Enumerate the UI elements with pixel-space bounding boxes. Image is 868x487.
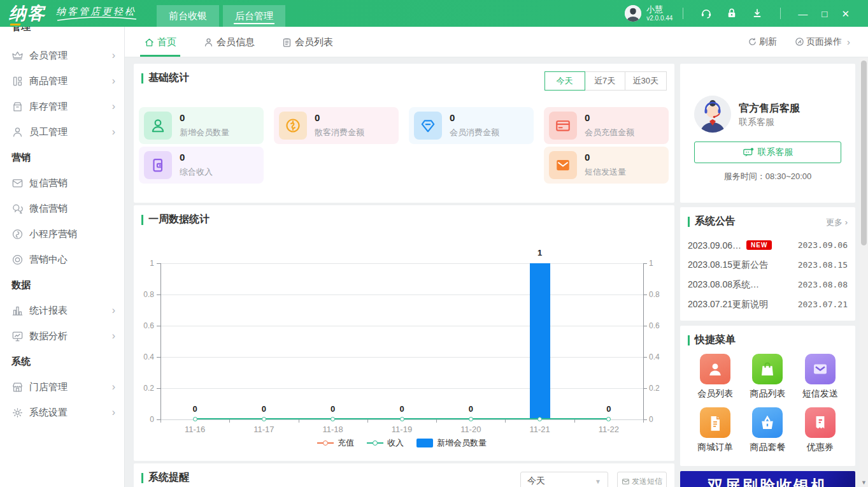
user-meta[interactable]: 小慧 v2.0.0.44 — [646, 5, 672, 22]
line-point-11-20[interactable] — [469, 417, 473, 421]
sidebar-item[interactable]: 门店管理› — [0, 374, 124, 400]
date-range-toggle: 今天近7天近30天 — [545, 71, 667, 91]
chevron-right-icon[interactable]: › — [847, 36, 850, 47]
promo-banner[interactable]: 双屏刷脸收银机 — [680, 471, 855, 487]
minimize-button[interactable]: — — [798, 9, 808, 18]
quick-menu-item[interactable]: 商品列表 — [741, 354, 793, 400]
reminder-range-select[interactable]: 今天 ▼ — [520, 472, 608, 487]
announcements-more-link[interactable]: 更多 › — [826, 217, 848, 228]
line-point-11-19[interactable] — [400, 417, 404, 421]
panel-accent-bar — [141, 473, 143, 483]
content-tab[interactable]: 首页 — [144, 27, 176, 57]
y-axis-label-right: 0.2 — [649, 384, 671, 393]
y-axis-label: 0.8 — [132, 290, 154, 299]
quick-menu-item[interactable]: 短信发送 — [794, 354, 846, 400]
announcement-row[interactable]: 2023.08.08系统…2023.08.08 — [688, 275, 848, 294]
quick-menu-label: 短信发送 — [802, 388, 838, 400]
sms-icon — [11, 177, 24, 189]
sms-send-icon — [805, 354, 836, 384]
announcement-row[interactable]: 2023.09.06…NEW2023.09.06 — [688, 235, 848, 255]
coin-icon — [279, 112, 307, 140]
sidebar-item[interactable]: 统计报表› — [0, 298, 124, 323]
content-tab-label: 首页 — [157, 36, 176, 48]
line-point-11-18[interactable] — [331, 417, 335, 421]
sidebar-item[interactable]: 微信营销 — [0, 196, 124, 221]
send-sms-button[interactable]: 发送短信 — [617, 472, 667, 487]
range-button[interactable]: 近30天 — [625, 71, 667, 91]
quick-menu-title: 快捷菜单 — [695, 333, 736, 347]
sidebar-item-label: 微信营销 — [29, 203, 68, 215]
quick-menu-item[interactable]: 商城订单 — [689, 407, 741, 453]
announcement-row[interactable]: 2023.08.15更新公告2023.08.15 — [688, 255, 848, 275]
scrollbar-thumb[interactable] — [861, 61, 867, 245]
legend-label: 收入 — [387, 437, 404, 449]
lock-icon[interactable] — [725, 7, 738, 20]
legend-item[interactable]: 收入 — [367, 437, 404, 449]
member-add-icon — [144, 112, 172, 140]
send-sms-label: 发送短信 — [632, 476, 662, 487]
app-logo: 纳客 — [9, 2, 46, 25]
quick-menu-item[interactable]: 优惠券 — [794, 407, 846, 453]
sms-icon — [622, 477, 630, 486]
quick-menu-label: 商品套餐 — [750, 442, 785, 453]
sidebar-item[interactable]: 商品管理› — [0, 68, 124, 94]
gridline — [160, 357, 643, 358]
sidebar-item[interactable]: 数据分析› — [0, 323, 124, 349]
sidebar-item[interactable]: 员工管理› — [0, 119, 124, 145]
sidebar-item[interactable]: 小程序营销 — [0, 221, 124, 247]
avatar[interactable] — [625, 5, 641, 22]
refresh-button[interactable]: 刷新 — [748, 36, 777, 48]
y-axis-label: 0.2 — [132, 384, 154, 393]
announcement-row[interactable]: 2023.07.21更新说明2023.07.21 — [688, 294, 848, 314]
range-button[interactable]: 近7天 — [585, 71, 625, 91]
page-scrollbar[interactable]: ▼ — [860, 57, 868, 487]
sidebar-item[interactable]: 营销中心 — [0, 247, 124, 272]
content-tab[interactable]: 会员信息 — [203, 27, 255, 57]
mode-tab-backend[interactable]: 后台管理 — [223, 5, 285, 27]
legend-item[interactable]: 新增会员数量 — [416, 437, 487, 449]
quick-menu-item[interactable]: 会员列表 — [689, 354, 741, 400]
support-icon[interactable] — [700, 7, 713, 20]
sidebar-item-label: 商品管理 — [29, 75, 68, 87]
contact-service-button[interactable]: 联系客服 — [694, 142, 841, 163]
x-axis-label: 11-20 — [448, 425, 493, 434]
list-icon — [281, 37, 292, 48]
sidebar-clipped-item[interactable]: 管理 — [11, 27, 31, 33]
download-icon[interactable] — [751, 7, 764, 20]
x-tick — [299, 419, 299, 423]
content-tab[interactable]: 会员列表 — [281, 27, 333, 57]
stat-card: 0短信发送量 — [544, 147, 669, 184]
legend-line-marker — [367, 439, 383, 447]
sidebar-item[interactable]: 系统设置› — [0, 400, 124, 425]
system-reminder-panel: 系统提醒 今天 ▼ 发送短信 — [134, 463, 674, 487]
quick-menu-item[interactable]: 商品套餐 — [741, 407, 793, 453]
page-ops-button[interactable]: 页面操作 — [795, 36, 842, 48]
service-hours: 服务时间：08:30~20:00 — [680, 171, 855, 182]
mode-tab-cashier[interactable]: 前台收银 — [157, 5, 219, 27]
reminder-range-value: 今天 — [527, 476, 545, 487]
quick-menu-panel: 快捷菜单 会员列表商品列表短信发送商城订单商品套餐优惠券 — [680, 326, 855, 466]
line-point-11-22[interactable] — [606, 417, 611, 421]
scrollbar-down-arrow[interactable]: ▼ — [860, 479, 868, 486]
announcements-panel: 系统公告 更多 › 2023.09.06…NEW2023.09.062023.0… — [680, 207, 855, 321]
line-point-11-21[interactable] — [537, 417, 542, 421]
promo-banner-text: 双屏刷脸收银机 — [708, 476, 828, 487]
point-value-label: 0 — [320, 404, 346, 414]
sidebar-item[interactable]: 库存管理› — [0, 94, 124, 119]
sidebar-item[interactable]: 短信营销 — [0, 170, 124, 196]
y-axis-label-right: 0.8 — [649, 290, 671, 299]
bar-11-21[interactable] — [530, 263, 550, 419]
line-point-11-16[interactable] — [193, 417, 197, 421]
line-point-11-17[interactable] — [262, 417, 266, 421]
legend-item[interactable]: 充值 — [317, 437, 354, 449]
range-button[interactable]: 今天 — [544, 71, 585, 91]
y-axis-label-right: 0.6 — [649, 321, 671, 330]
crown-icon — [11, 50, 24, 62]
chevron-right-icon: › — [112, 407, 115, 418]
maximize-button[interactable]: □ — [822, 9, 827, 18]
close-button[interactable]: ✕ — [841, 9, 850, 18]
stat-card: 0散客消费金额 — [274, 107, 399, 144]
sidebar-item[interactable]: 会员管理› — [0, 43, 124, 68]
x-axis-label: 11-22 — [587, 425, 631, 434]
x-axis-label: 11-18 — [311, 425, 355, 434]
